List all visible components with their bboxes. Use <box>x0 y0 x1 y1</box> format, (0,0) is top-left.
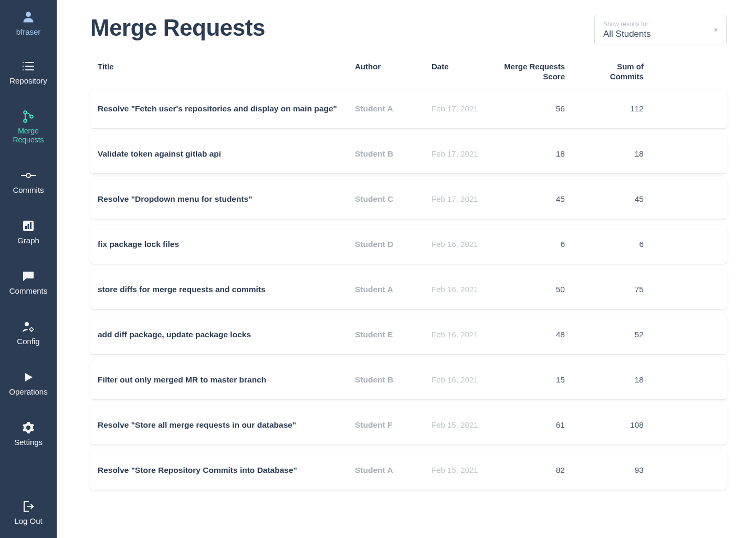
cell-author: Student D <box>355 240 432 249</box>
sidebar-item-operations[interactable]: Operations <box>9 366 47 401</box>
git-merge-icon <box>22 110 35 123</box>
nav: Repository MergeRequests Commits <box>9 55 47 491</box>
cell-title: fix package lock files <box>98 240 355 249</box>
table-row[interactable]: fix package lock filesStudent DFeb 16, 2… <box>90 225 727 264</box>
svg-point-18 <box>30 328 33 331</box>
sidebar-item-graph[interactable]: Graph <box>9 215 47 250</box>
table-row[interactable]: store diffs for merge requests and commi… <box>90 270 727 309</box>
list-icon <box>22 59 35 73</box>
page-title: Merge Requests <box>90 15 265 41</box>
sidebar-item-merge-requests[interactable]: MergeRequests <box>9 106 47 149</box>
sidebar-item-label: Commits <box>13 185 44 195</box>
logout-button[interactable]: Log Out <box>0 491 57 538</box>
cell-date: Feb 15, 2021 <box>432 420 486 429</box>
table-row[interactable]: add diff package, update package locksSt… <box>90 315 727 354</box>
th-author[interactable]: Author <box>355 62 432 71</box>
sidebar-item-comments[interactable]: Comments <box>9 265 47 300</box>
user-avatar-icon <box>21 9 36 24</box>
sidebar-item-settings[interactable]: Settings <box>9 417 47 451</box>
chat-icon <box>22 270 35 283</box>
cell-date: Feb 17, 2021 <box>432 149 486 158</box>
cell-sum: 45 <box>565 194 644 204</box>
svg-rect-15 <box>28 224 29 229</box>
cell-author: Student C <box>355 194 432 204</box>
sidebar-item-label: Graph <box>17 236 39 245</box>
cell-sum: 108 <box>565 420 644 430</box>
logout-icon <box>22 500 35 513</box>
cell-author: Student A <box>355 104 432 113</box>
merge-requests-table: Title Author Date Merge RequestsScore Su… <box>90 56 727 490</box>
cell-score: 15 <box>486 375 565 385</box>
table-row[interactable]: Resolve "Fetch user's repositories and d… <box>90 89 727 128</box>
user-block[interactable]: bfraser <box>16 9 41 36</box>
cell-author: Student A <box>355 285 432 294</box>
cell-score: 56 <box>486 104 565 113</box>
cell-date: Feb 16, 2021 <box>432 240 486 249</box>
sidebar-item-label: Comments <box>9 286 48 296</box>
svg-rect-14 <box>25 226 27 229</box>
cell-sum: 18 <box>565 149 644 159</box>
table-row[interactable]: Resolve "Store Repository Commits into D… <box>90 451 727 490</box>
cell-title: Filter out only merged MR to master bran… <box>98 375 355 385</box>
user-gear-icon <box>22 320 35 334</box>
cell-score: 45 <box>486 194 565 204</box>
cell-score: 48 <box>486 330 565 339</box>
sidebar-item-label: Operations <box>9 387 47 397</box>
sidebar-item-label: Config <box>17 337 39 346</box>
cell-date: Feb 17, 2021 <box>432 194 486 203</box>
cell-score: 61 <box>486 420 565 430</box>
cell-title: Resolve "Store all merge requests in our… <box>98 420 355 430</box>
cell-score: 18 <box>486 149 565 159</box>
cell-title: add diff package, update package locks <box>98 330 355 339</box>
cell-author: Student A <box>355 465 432 475</box>
main-content: Merge Requests Show results for: All Stu… <box>57 0 756 538</box>
cell-sum: 52 <box>565 330 644 339</box>
th-date[interactable]: Date <box>432 62 486 71</box>
table-header: Title Author Date Merge RequestsScore Su… <box>90 56 727 89</box>
chevron-down-icon: ▼ <box>713 27 719 33</box>
sidebar-item-config[interactable]: Config <box>9 316 47 350</box>
sidebar-item-commits[interactable]: Commits <box>9 164 47 199</box>
sidebar-item-label: Settings <box>14 438 43 447</box>
cell-score: 50 <box>486 285 565 294</box>
cell-sum: 75 <box>565 285 644 294</box>
th-sum[interactable]: Sum ofCommits <box>565 62 644 82</box>
svg-point-10 <box>26 173 30 178</box>
table-row[interactable]: Resolve "Dropdown menu for students"Stud… <box>90 180 727 219</box>
svg-point-17 <box>25 322 29 326</box>
cell-date: Feb 17, 2021 <box>432 104 486 113</box>
svg-point-7 <box>24 111 27 114</box>
cell-date: Feb 16, 2021 <box>432 330 486 339</box>
svg-point-0 <box>26 12 31 17</box>
table-row[interactable]: Filter out only merged MR to master bran… <box>90 360 727 399</box>
sidebar-item-repository[interactable]: Repository <box>9 55 47 90</box>
filter-dropdown[interactable]: Show results for: All Students ▼ <box>594 15 727 45</box>
bar-chart-icon <box>23 219 34 233</box>
filter-value: All Students <box>603 29 651 39</box>
table-row[interactable]: Resolve "Store all merge requests in our… <box>90 406 727 444</box>
cell-title: store diffs for merge requests and commi… <box>98 285 355 294</box>
sidebar-item-label: Repository <box>9 76 47 86</box>
cell-title: Resolve "Dropdown menu for students" <box>98 194 355 204</box>
table-row[interactable]: Validate token against gitlab apiStudent… <box>90 134 727 173</box>
cell-sum: 6 <box>565 240 644 249</box>
cell-score: 6 <box>486 240 565 249</box>
git-commit-icon <box>20 169 36 182</box>
th-title[interactable]: Title <box>98 62 355 71</box>
table-body: Resolve "Fetch user's repositories and d… <box>90 89 727 490</box>
play-icon <box>23 370 34 384</box>
cell-score: 82 <box>486 465 565 475</box>
th-score[interactable]: Merge RequestsScore <box>486 62 565 82</box>
cell-author: Student E <box>355 330 432 339</box>
svg-point-8 <box>24 119 27 122</box>
cell-date: Feb 15, 2021 <box>432 465 486 474</box>
cell-author: Student B <box>355 375 432 385</box>
cell-title: Resolve "Store Repository Commits into D… <box>98 465 355 475</box>
cell-date: Feb 16, 2021 <box>432 285 486 294</box>
cell-date: Feb 16, 2021 <box>432 375 486 384</box>
cell-sum: 112 <box>565 104 644 113</box>
cell-sum: 18 <box>565 375 644 385</box>
logout-label: Log Out <box>14 516 42 525</box>
cell-author: Student F <box>355 420 432 430</box>
username: bfraser <box>16 27 41 36</box>
